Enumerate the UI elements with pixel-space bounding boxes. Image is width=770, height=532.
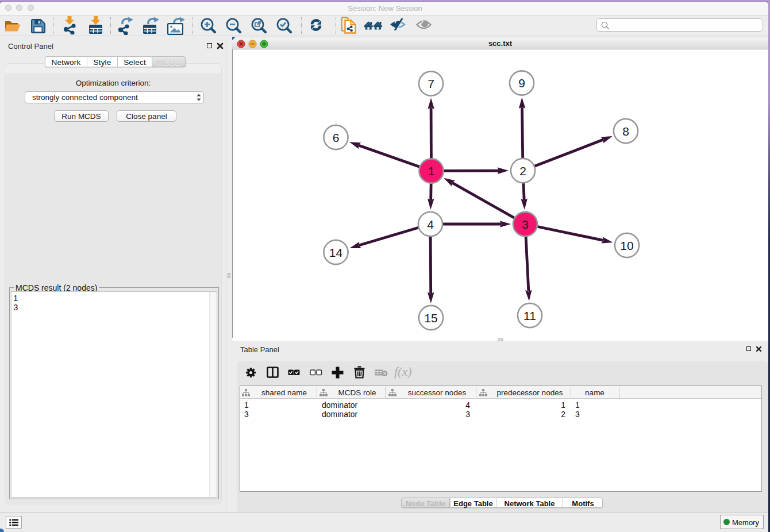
svg-text:9: 9 [518,76,525,90]
svg-text:2: 2 [519,164,526,178]
svg-text:14: 14 [329,246,343,259]
svg-text:8: 8 [622,125,629,138]
svg-text:7: 7 [428,77,434,90]
svg-text:6: 6 [333,131,340,144]
svg-text:15: 15 [424,311,437,325]
svg-text:4: 4 [427,218,434,231]
svg-text:3: 3 [522,218,529,231]
svg-text:10: 10 [620,239,633,252]
svg-text:11: 11 [523,309,536,322]
svg-text:1: 1 [428,164,435,178]
